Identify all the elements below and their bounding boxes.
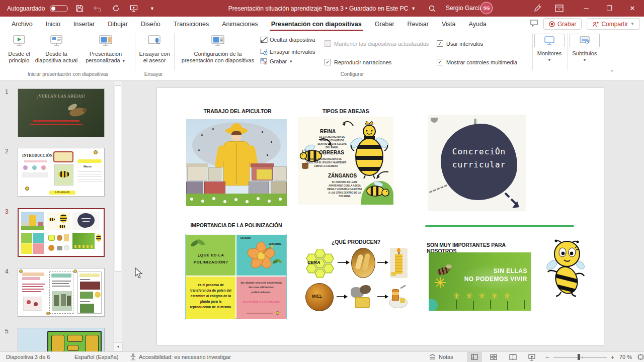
producen-image[interactable]: CERA MIEL: [304, 248, 408, 314]
zoom-slider-handle[interactable]: [578, 354, 580, 360]
accessibility-status[interactable]: Accesibilidad: es necesario investigar: [130, 352, 231, 362]
slide-thumbnail-3-selected[interactable]: [18, 208, 105, 257]
comb-pieces: [350, 284, 376, 311]
user-name[interactable]: Sergio García: [446, 5, 483, 12]
restore-button[interactable]: ❐: [598, 0, 621, 17]
thumbnail-scrollbar-thumb[interactable]: [115, 85, 121, 272]
apicultor-heading[interactable]: TRABAJO DEL APICULTOR: [187, 108, 288, 114]
title-bar: Autoguardado ▼ Presentación situación ap…: [0, 0, 644, 17]
thumb1-red-text-line: [30, 124, 83, 125]
slide-thumbnail-5[interactable]: EVALUACIÓN: [18, 328, 105, 351]
hive-box: [271, 182, 287, 195]
rehearse-with-coach-button[interactable]: Ensayar conel asesor: [137, 35, 172, 64]
custom-slideshow-button[interactable]: Presentación personalizada ▼: [82, 35, 130, 64]
slide-thumbnail-4[interactable]: [18, 268, 105, 317]
monitor-play-icon: [4, 35, 34, 48]
normal-view-button[interactable]: [467, 352, 482, 362]
thumb2-decor: [24, 160, 47, 162]
quick-access-chevron-icon[interactable]: ▼: [145, 0, 158, 17]
close-button[interactable]: ✕: [621, 0, 644, 17]
language-selector[interactable]: Español (España): [74, 352, 118, 362]
monitors-button[interactable]: Monitores ▼: [534, 34, 565, 63]
document-title[interactable]: Presentación situación aprendizaje Tarea…: [228, 5, 409, 12]
green-divider-line[interactable]: [425, 225, 574, 227]
thumb2-badge: [53, 151, 73, 162]
tab-inicio[interactable]: Inicio: [39, 17, 67, 31]
zoom-level[interactable]: 70 %: [619, 352, 632, 362]
producen-heading[interactable]: ¿QUÉ PRODUCEN?: [304, 239, 408, 245]
avatar[interactable]: SG: [481, 3, 492, 14]
ribbon-display-icon[interactable]: [552, 0, 566, 17]
polinizacion-image[interactable]: ¿QUÉ ES LA POLINIZACIÓN? ESTIGMA ESTAMBR…: [185, 234, 287, 319]
thumb4-title-decor: [22, 273, 44, 276]
tab-animaciones[interactable]: Animaciones: [215, 17, 265, 31]
start-slideshow-icon[interactable]: [127, 0, 140, 17]
redo-icon[interactable]: [109, 0, 122, 17]
slideshow-view-button[interactable]: [524, 352, 539, 362]
thumb4-right-panel: [77, 272, 102, 314]
thumb4-photo: [23, 297, 42, 311]
tab-dibujar[interactable]: Dibujar: [101, 17, 134, 31]
hide-slide-icon: [260, 36, 268, 43]
ink-pen-icon[interactable]: [531, 0, 544, 17]
tab-archivo[interactable]: Archivo: [5, 17, 39, 31]
sin-ellas-banner-image[interactable]: SIN ELLAS NO PODEMOS VIVIR ✳ ✳ ✳ ✳ ✳ ✳: [429, 252, 531, 311]
bee-types-image[interactable]: REINA ES LA ENCARGADA DE PONER LOS HUEVO…: [298, 117, 393, 205]
slide-sorter-view-button[interactable]: [486, 352, 501, 362]
setup-slideshow-button[interactable]: Configuración de lapresentación con diap…: [177, 35, 259, 64]
thumbnail-scrollbar-down-icon[interactable]: ▼: [114, 342, 123, 351]
from-beginning-button[interactable]: Desde elprincipio: [4, 35, 34, 64]
notes-button[interactable]: Notas: [429, 352, 453, 362]
zoom-in-button[interactable]: +: [611, 352, 615, 362]
zoom-slider-track[interactable]: [553, 357, 607, 357]
group-label-ensayar: Ensayar: [132, 71, 175, 77]
miel-label: MIEL: [312, 294, 322, 299]
save-icon[interactable]: [73, 0, 86, 17]
slide-indicator: Diapositiva 3 de 6: [6, 352, 50, 362]
tab-presentacion-con-diapositivas[interactable]: Presentación con diapositivas: [265, 17, 368, 31]
subtitles-button[interactable]: Subtítulos ▼: [570, 34, 600, 63]
from-current-slide-button[interactable]: Desde ladiapositiva actual: [33, 35, 79, 64]
thumbnail-scrollbar[interactable]: ▼: [113, 81, 122, 351]
tipos-heading[interactable]: TIPOS DE ABEJAS: [298, 108, 393, 114]
tab-insertar[interactable]: Insertar: [67, 17, 101, 31]
minimize-button[interactable]: ─: [575, 0, 598, 17]
use-timings-checkbox[interactable]: ✓ Usar intervalos: [437, 40, 483, 47]
record-slideshow-button[interactable]: Grabar ▼: [260, 58, 293, 65]
reading-view-button[interactable]: [505, 352, 520, 362]
tab-ayuda[interactable]: Ayuda: [462, 17, 493, 31]
sin-ellas-line1: SIN ELLAS: [455, 267, 527, 275]
slide-thumbnail-1[interactable]: ¡VUELAN LAS ABEJAS!: [18, 88, 105, 137]
slide-canvas[interactable]: TRABAJO DEL APICULTOR: [157, 88, 604, 345]
fit-to-window-button[interactable]: [633, 352, 644, 362]
group-label-configurar: Configurar: [302, 71, 403, 77]
record-button[interactable]: Grabar: [543, 18, 582, 30]
title-chevron-icon[interactable]: ▼: [411, 6, 416, 11]
cartoon-bee-image[interactable]: [546, 239, 586, 298]
hive-box: [249, 182, 269, 195]
concrecion-image[interactable]: ConcreciÓn curricular: [428, 115, 526, 211]
search-icon[interactable]: [426, 0, 439, 17]
rehearse-timings-button[interactable]: Ensayar intervalos: [260, 48, 315, 55]
thumb4-bee-icon: [73, 269, 77, 273]
beekeeper-image[interactable]: [186, 119, 287, 206]
tab-diseno[interactable]: Diseño: [134, 17, 167, 31]
slide-thumbnail-2[interactable]: INTRODUCCIÓN Marzo LAS ABEJAS: [18, 148, 105, 197]
tab-vista[interactable]: Vista: [435, 17, 462, 31]
comments-icon[interactable]: [530, 19, 538, 29]
play-narrations-checkbox[interactable]: ✓ Reproducir narraciones: [325, 59, 391, 65]
zoom-out-button[interactable]: −: [545, 352, 549, 362]
thumb2-title: INTRODUCCIÓN: [22, 153, 52, 158]
tab-grabar[interactable]: Grabar: [368, 17, 401, 31]
tab-revisar[interactable]: Revisar: [401, 17, 435, 31]
polinizacion-heading[interactable]: IMPORTANCIA DE LA POLINIZACIÓN: [182, 222, 290, 228]
collapse-ribbon-icon[interactable]: ⌃: [610, 69, 614, 75]
thumb3-banner-mini: [72, 233, 95, 249]
show-media-controls-checkbox[interactable]: ✓ Mostrar controles multimedia: [437, 59, 517, 65]
share-button[interactable]: Compartir ▼: [587, 18, 640, 30]
tab-transiciones[interactable]: Transiciones: [167, 17, 215, 31]
honey-jar-plate: [389, 285, 408, 311]
thumb4-bee-icon: [46, 312, 50, 315]
hide-slide-button[interactable]: Ocultar diapositiva: [260, 36, 315, 43]
autosave-toggle[interactable]: [50, 5, 68, 12]
